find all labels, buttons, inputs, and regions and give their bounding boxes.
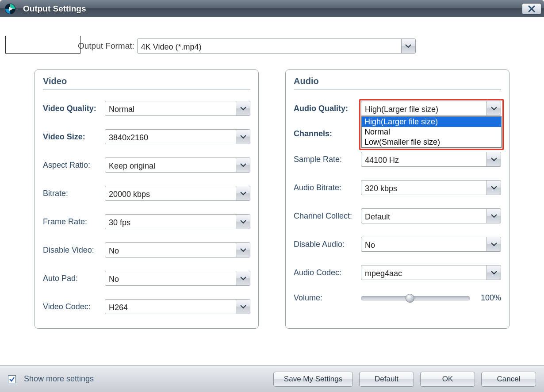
disable-audio-label: Disable Audio:	[294, 240, 361, 249]
chevron-down-icon	[236, 271, 250, 285]
outline-mark	[5, 36, 80, 54]
audio-quality-label: Audio Quality:	[294, 104, 361, 113]
disable-audio-select[interactable]: No	[361, 237, 501, 252]
volume-value: 100%	[477, 293, 501, 303]
title-bar: Output Settings	[0, 0, 544, 17]
video-codec-row: Video Codec: H264	[43, 299, 250, 314]
aspect-ratio-label: Aspect Ratio:	[43, 161, 105, 170]
video-quality-select[interactable]: Normal	[105, 101, 250, 116]
aspect-ratio-row: Aspect Ratio: Keep original	[43, 158, 250, 173]
chevron-down-icon	[236, 300, 250, 314]
disable-video-select[interactable]: No	[105, 242, 250, 257]
disable-audio-row: Disable Audio: No	[294, 237, 501, 252]
audio-bitrate-row: Audio Bitrate: 320 kbps	[294, 180, 501, 195]
audio-quality-dropdown[interactable]: High(Larger file size) Normal Low(Smalle…	[361, 116, 502, 148]
chevron-down-icon	[487, 237, 501, 251]
channels-label: Channels:	[294, 129, 361, 138]
slider-thumb-icon[interactable]	[406, 294, 414, 303]
output-format-row: Output Format: 4K Video (*.mp4)	[78, 38, 536, 54]
channel-collect-row: Channel Collect: Default	[294, 208, 501, 223]
output-format-label: Output Format:	[78, 41, 134, 51]
bitrate-select[interactable]: 20000 kbps	[105, 186, 250, 201]
audio-codec-row: Audio Codec: mpeg4aac	[294, 265, 501, 280]
disable-video-label: Disable Video:	[43, 246, 105, 255]
audio-quality-select[interactable]: High(Larger file size)	[361, 101, 501, 116]
audio-codec-select[interactable]: mpeg4aac	[361, 265, 501, 280]
video-size-row: Video Size: 3840x2160	[43, 129, 250, 144]
footer: Show more settings Save My Settings Defa…	[0, 365, 544, 392]
video-quality-row: Video Quality: Normal	[43, 101, 250, 116]
video-codec-label: Video Codec:	[43, 302, 105, 311]
channel-collect-select[interactable]: Default	[361, 208, 501, 223]
audio-quality-option-high[interactable]: High(Larger file size)	[362, 117, 501, 127]
sample-rate-select[interactable]: 44100 Hz	[361, 152, 501, 167]
sample-rate-label: Sample Rate:	[294, 155, 361, 164]
chevron-down-icon	[487, 209, 501, 223]
bitrate-label: Bitrate:	[43, 189, 105, 198]
chevron-down-icon	[487, 181, 501, 195]
audio-bitrate-label: Audio Bitrate:	[294, 183, 361, 192]
audio-panel-title: Audio	[294, 76, 501, 89]
audio-panel: Audio Audio Quality: High(Larger file si…	[285, 69, 510, 329]
chevron-down-icon	[236, 158, 250, 172]
close-button[interactable]	[522, 3, 541, 15]
show-more-checkbox[interactable]	[8, 375, 16, 383]
auto-pad-label: Auto Pad:	[43, 274, 105, 283]
body-area: Output Format: 4K Video (*.mp4) Video Vi…	[0, 17, 544, 365]
video-size-select[interactable]: 3840x2160	[105, 129, 250, 144]
auto-pad-select[interactable]: No	[105, 271, 250, 286]
output-format-select[interactable]: 4K Video (*.mp4)	[137, 38, 416, 54]
chevron-down-icon	[236, 101, 250, 115]
frame-rate-row: Frame Rate: 30 fps	[43, 214, 250, 229]
video-quality-label: Video Quality:	[43, 104, 105, 113]
default-button[interactable]: Default	[359, 372, 414, 387]
chevron-down-icon	[487, 152, 501, 166]
audio-quality-option-low[interactable]: Low(Smaller file size)	[362, 137, 501, 147]
panels: Video Video Quality: Normal Video Size: …	[8, 69, 536, 329]
chevron-down-icon	[487, 265, 501, 280]
audio-codec-label: Audio Codec:	[294, 268, 361, 277]
chevron-down-icon	[401, 39, 415, 53]
chevron-down-icon	[487, 101, 501, 115]
chevron-down-icon	[236, 186, 250, 200]
chevron-down-icon	[236, 215, 250, 229]
window-title: Output Settings	[23, 4, 86, 14]
frame-rate-select[interactable]: 30 fps	[105, 214, 250, 229]
chevron-down-icon	[236, 243, 250, 257]
audio-quality-option-normal[interactable]: Normal	[362, 127, 501, 137]
output-settings-window: Output Settings Output Format: 4K Video …	[0, 0, 544, 392]
video-panel: Video Video Quality: Normal Video Size: …	[34, 69, 259, 329]
show-more-label: Show more settings	[24, 374, 94, 384]
audio-quality-row: Audio Quality: High(Larger file size)	[294, 101, 501, 116]
video-codec-select[interactable]: H264	[105, 299, 250, 314]
channel-collect-label: Channel Collect:	[294, 211, 361, 221]
volume-row: Volume: 100%	[294, 293, 501, 303]
volume-label: Volume:	[294, 293, 361, 303]
sample-rate-row: Sample Rate: 44100 Hz	[294, 152, 501, 167]
frame-rate-label: Frame Rate:	[43, 217, 105, 227]
video-panel-title: Video	[43, 76, 250, 89]
aspect-ratio-select[interactable]: Keep original	[105, 158, 250, 173]
check-icon	[9, 376, 15, 382]
app-logo-icon	[4, 3, 16, 15]
ok-button[interactable]: OK	[420, 372, 475, 387]
chevron-down-icon	[236, 130, 250, 144]
cancel-button[interactable]: Cancel	[481, 372, 536, 387]
output-format-value: 4K Video (*.mp4)	[138, 39, 401, 53]
save-my-settings-button[interactable]: Save My Settings	[273, 372, 353, 387]
audio-bitrate-select[interactable]: 320 kbps	[361, 180, 501, 195]
close-icon	[528, 5, 536, 13]
disable-video-row: Disable Video: No	[43, 242, 250, 257]
volume-slider[interactable]	[361, 296, 470, 300]
auto-pad-row: Auto Pad: No	[43, 271, 250, 286]
bitrate-row: Bitrate: 20000 kbps	[43, 186, 250, 201]
video-size-label: Video Size:	[43, 132, 105, 142]
